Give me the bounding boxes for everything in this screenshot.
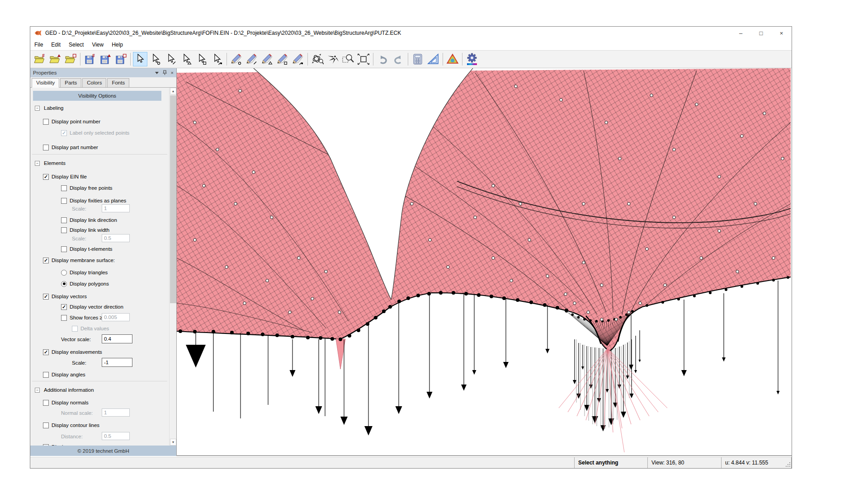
contour-distance-input[interactable] [102, 432, 130, 440]
tab-colors[interactable]: Colors [82, 78, 106, 87]
draw-link-icon[interactable] [245, 52, 259, 66]
checkbox-display-vector-direction[interactable]: Display vector direction [61, 302, 123, 311]
checkbox-display-membrane-surface[interactable]: Display membrane surface: [43, 256, 115, 265]
enslavements-scale-input[interactable] [102, 358, 132, 367]
collapse-icon[interactable] [35, 161, 40, 166]
checkbox-icon[interactable] [43, 349, 49, 355]
select-points-icon[interactable] [148, 52, 163, 66]
group-additional-information[interactable]: Additional information [35, 385, 94, 394]
group-labeling[interactable]: Labeling [35, 103, 63, 113]
draw-point-icon[interactable] [229, 52, 244, 66]
checkbox-icon[interactable] [43, 400, 49, 406]
panel-scrollbar[interactable]: ▲ ▼ [169, 88, 176, 446]
save-file-hash-icon[interactable]: # [83, 52, 97, 66]
rotate-view-icon[interactable] [310, 52, 325, 66]
checkbox-display-free-points[interactable]: Display free points [61, 183, 113, 192]
checkbox-show-forces[interactable]: Show forces ≥ [61, 313, 103, 322]
menu-select[interactable]: Select [65, 40, 88, 49]
checkbox-display-t-elements[interactable]: Display t-elements [61, 244, 113, 253]
menu-help[interactable]: Help [108, 40, 127, 49]
zoom-flash-icon[interactable] [326, 52, 340, 66]
save-file-triangle-icon[interactable] [98, 52, 113, 66]
checkbox-icon[interactable] [72, 326, 78, 332]
checkbox-display-link-width[interactable]: Display link width [61, 225, 109, 235]
checkbox-icon[interactable] [61, 217, 67, 223]
fem-view-icon[interactable] [445, 52, 460, 66]
checkbox-display-angles[interactable]: Display angles [43, 370, 85, 379]
group-elements[interactable]: Elements [35, 159, 66, 168]
checkbox-display-point-number[interactable]: Display point number [43, 117, 100, 126]
pin-icon[interactable] [163, 70, 167, 75]
select-triangles-icon[interactable] [179, 52, 193, 66]
checkbox-display-fixities[interactable]: Display fixities as planes [61, 196, 126, 205]
checkbox-icon[interactable] [43, 119, 49, 125]
panel-close-icon[interactable]: × [171, 70, 174, 75]
vector-scale-input[interactable] [102, 334, 132, 343]
checkbox-display-link-direction[interactable]: Display link direction [61, 216, 117, 225]
checkbox-display-part-number[interactable]: Display part number [43, 143, 98, 152]
close-button[interactable]: × [771, 27, 792, 39]
redo-icon[interactable] [391, 52, 406, 66]
save-file-square-icon[interactable] [113, 52, 128, 66]
checkbox-icon[interactable] [61, 315, 67, 321]
menu-edit[interactable]: Edit [47, 40, 65, 49]
menu-view[interactable]: View [88, 40, 108, 49]
checkbox-icon[interactable] [43, 294, 49, 300]
checkbox-display-normals[interactable]: Display normals [43, 398, 89, 407]
undo-icon[interactable] [376, 52, 390, 66]
zoom-fit-icon[interactable] [356, 52, 371, 66]
draw-element-icon[interactable] [291, 52, 305, 66]
select-elements-icon[interactable] [210, 52, 224, 66]
checkbox-icon[interactable] [61, 304, 67, 310]
checkbox-icon[interactable] [43, 145, 49, 150]
maximize-button[interactable]: □ [751, 27, 771, 39]
checkbox-icon[interactable] [61, 246, 67, 252]
open-file-square-icon[interactable] [63, 52, 78, 66]
checkbox-clipped-row[interactable]: Display ... [43, 442, 75, 446]
checkbox-icon[interactable] [43, 174, 49, 180]
checkbox-icon[interactable] [43, 372, 49, 378]
checkbox-icon[interactable] [61, 227, 67, 233]
select-cursor-icon[interactable] [133, 52, 147, 66]
checkbox-label-only-selected[interactable]: Label only selected points [61, 128, 129, 137]
collapse-icon[interactable] [35, 106, 40, 111]
checkbox-icon[interactable] [61, 198, 67, 204]
minimize-button[interactable]: – [731, 27, 751, 39]
checkbox-display-enslavements[interactable]: Display enslavements [43, 347, 102, 357]
checkbox-delta-values[interactable]: Delta values [72, 324, 109, 333]
settings-gear-icon[interactable] [465, 52, 479, 66]
checkbox-icon[interactable] [43, 422, 49, 428]
panel-menu-icon[interactable] [155, 72, 159, 74]
scroll-down-icon[interactable]: ▼ [170, 439, 176, 446]
draw-triangle-icon[interactable] [260, 52, 274, 66]
radio-display-triangles[interactable]: Display triangles [61, 268, 108, 277]
open-file-triangle-icon[interactable] [48, 52, 62, 66]
show-forces-input[interactable] [102, 313, 130, 321]
tab-visibility[interactable]: Visibility [32, 78, 59, 88]
drawing-canvas[interactable] [177, 68, 792, 456]
scroll-up-icon[interactable]: ▲ [170, 88, 176, 94]
select-links-icon[interactable] [164, 52, 178, 66]
checkbox-icon[interactable] [61, 130, 67, 136]
measure-icon[interactable] [426, 52, 440, 66]
checkbox-display-ein-file[interactable]: Display EIN file [43, 172, 87, 181]
checkbox-display-vectors[interactable]: Display vectors [43, 292, 87, 301]
calculator-icon[interactable] [410, 52, 425, 66]
scrollbar-thumb[interactable] [170, 95, 176, 303]
radio-icon[interactable] [61, 270, 67, 276]
open-file-hash-icon[interactable]: # [33, 52, 47, 66]
collapse-icon[interactable] [35, 388, 40, 393]
tab-fonts[interactable]: Fonts [107, 78, 129, 87]
checkbox-display-contour-lines[interactable]: Display contour lines [43, 421, 99, 430]
checkbox-icon[interactable] [43, 258, 49, 263]
select-squares-icon[interactable] [194, 52, 209, 66]
radio-display-polygons[interactable]: Display polygons [61, 279, 109, 288]
normal-scale-input[interactable] [102, 408, 130, 417]
resize-grip[interactable] [785, 462, 791, 467]
radio-icon[interactable] [61, 281, 67, 287]
link-width-scale-input[interactable] [102, 234, 130, 242]
fixities-scale-input[interactable] [102, 204, 130, 212]
zoom-window-icon[interactable] [341, 52, 355, 66]
tab-parts[interactable]: Parts [60, 78, 81, 87]
checkbox-icon[interactable] [61, 185, 67, 191]
